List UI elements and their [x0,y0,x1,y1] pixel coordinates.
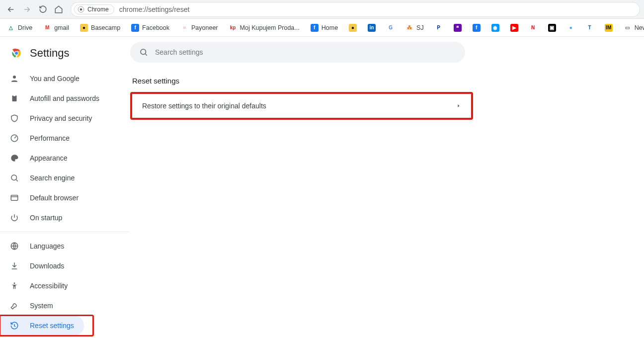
content: Reset settings Restore settings to their… [129,37,644,338]
bookmark-label: Basecamp [91,24,120,31]
sidebar-item-accessibility[interactable]: Accessibility [0,276,120,296]
search-icon [139,48,148,57]
svg-point-12 [14,282,15,284]
bookmark-item[interactable]: ○Payoneer [177,22,221,34]
chip-label: Chrome [87,6,109,13]
highlight-box: Reset settings [0,316,93,336]
bookmark-item[interactable]: f [470,22,483,34]
clipboard-icon [10,94,19,103]
sidebar-item-languages[interactable]: Languages [0,236,120,256]
reload-button[interactable] [36,2,50,16]
home-button[interactable] [52,2,66,16]
bookmark-item[interactable]: in [365,22,379,34]
sidebar-item-you-and-google[interactable]: You and Google [0,69,120,88]
bookmark-favicon: ◉ [491,24,499,32]
bookmark-item[interactable]: ● [564,22,578,34]
sidebar-item-label: Downloads [30,262,64,270]
bookmark-item[interactable]: ⁂SJ [402,22,427,34]
sidebar-item-appearance[interactable]: Appearance [0,148,120,168]
bookmark-favicon: N [529,24,537,32]
sidebar-item-label: Search engine [30,174,75,182]
bookmark-label: Home [322,24,338,31]
restore-defaults-label: Restore settings to their original defau… [142,102,266,110]
bookmark-favicon: ▭ [624,24,632,32]
section-title: Reset settings [132,77,473,85]
sidebar-item-label: Performance [30,134,70,142]
sidebar-item-system[interactable]: System [0,296,120,316]
bookmark-label: Facebook [142,24,169,31]
back-button[interactable] [4,2,18,16]
bookmark-item[interactable]: ❝ [451,22,465,34]
sidebar-item-performance[interactable]: Performance [0,128,120,148]
shield-icon [10,114,19,123]
bookmark-item[interactable]: ●Basecamp [77,22,123,34]
bookmark-item[interactable]: ▣ [545,22,559,34]
bookmark-item[interactable]: fFacebook [128,22,172,34]
bookmark-label: New folder [635,24,644,31]
bookmark-favicon: ▶ [510,24,518,32]
sidebar-item-label: Reset settings [30,322,74,330]
sidebar-item-downloads[interactable]: Downloads [0,256,120,276]
bookmark-favicon: ● [567,24,575,32]
sidebar-item-label: On startup [30,214,62,222]
sidebar-item-autofill-and-passwords[interactable]: Autofill and passwords [0,88,120,108]
person-icon [10,74,19,83]
bookmark-item[interactable]: IM [602,22,616,34]
browser-toolbar: Chrome chrome://settings/reset [0,0,644,19]
svg-point-9 [11,175,17,180]
sidebar-item-privacy-and-security[interactable]: Privacy and security [0,108,120,128]
power-icon [10,213,19,222]
accessibility-icon [10,281,19,290]
sidebar-item-reset-settings[interactable]: Reset settings [0,316,84,336]
sidebar-item-search-engine[interactable]: Search engine [0,168,120,188]
bookmark-favicon: P [435,24,443,32]
search-icon [10,173,19,182]
forward-button[interactable] [20,2,34,16]
bookmark-favicon: ● [349,24,357,32]
bookmark-item[interactable]: ● [346,22,360,34]
svg-point-13 [141,49,146,55]
svg-rect-10 [11,195,18,201]
bookmark-item[interactable]: N [526,22,540,34]
bookmark-item[interactable]: ▶ [507,22,521,34]
arrow-left-icon [6,5,15,14]
bookmark-item[interactable]: △Drive [4,22,35,34]
bookmark-item[interactable]: T [583,22,597,34]
bookmark-item[interactable]: ▭New folder [621,22,644,34]
sidebar-item-default-browser[interactable]: Default browser [0,188,120,208]
svg-rect-7 [13,95,16,96]
bookmark-favicon: ● [80,24,88,32]
sidebar-item-label: Accessibility [30,282,68,290]
bookmark-item[interactable]: kpMoj Kupujem Proda... [226,22,303,34]
reload-icon [39,5,47,13]
svg-point-5 [13,76,16,79]
bookmark-item[interactable]: Mgmail [40,22,72,34]
brand-row: Settings [0,44,129,69]
sidebar-item-label: Appearance [30,154,68,162]
download-icon [10,261,19,270]
bookmark-favicon: ○ [180,24,188,32]
bookmark-favicon: f [473,24,481,32]
svg-rect-6 [12,95,17,101]
bookmark-favicon: T [586,24,594,32]
reset-card: Restore settings to their original defau… [130,92,473,120]
bookmark-item[interactable]: G [384,22,398,34]
sidebar-item-on-startup[interactable]: On startup [0,208,120,228]
bookmark-item[interactable]: fHome [308,22,341,34]
bookmark-item[interactable]: ◉ [488,22,502,34]
settings-search[interactable] [130,42,465,63]
site-chip[interactable]: Chrome [74,4,114,14]
restore-defaults-row[interactable]: Restore settings to their original defau… [132,94,471,118]
url-text: chrome://settings/reset [119,5,190,13]
omnibox[interactable]: Chrome chrome://settings/reset [71,2,640,17]
arrow-right-icon [22,5,31,14]
globe-icon [10,242,19,251]
bookmark-label: Payoneer [191,24,218,31]
sidebar-item-label: Privacy and security [30,114,92,122]
wrench-icon [10,301,19,310]
bookmark-label: gmail [54,24,69,31]
bookmark-item[interactable]: P [432,22,446,34]
settings-search-input[interactable] [155,48,456,56]
bookmark-favicon: IM [605,24,613,32]
bookmark-favicon: G [387,24,395,32]
